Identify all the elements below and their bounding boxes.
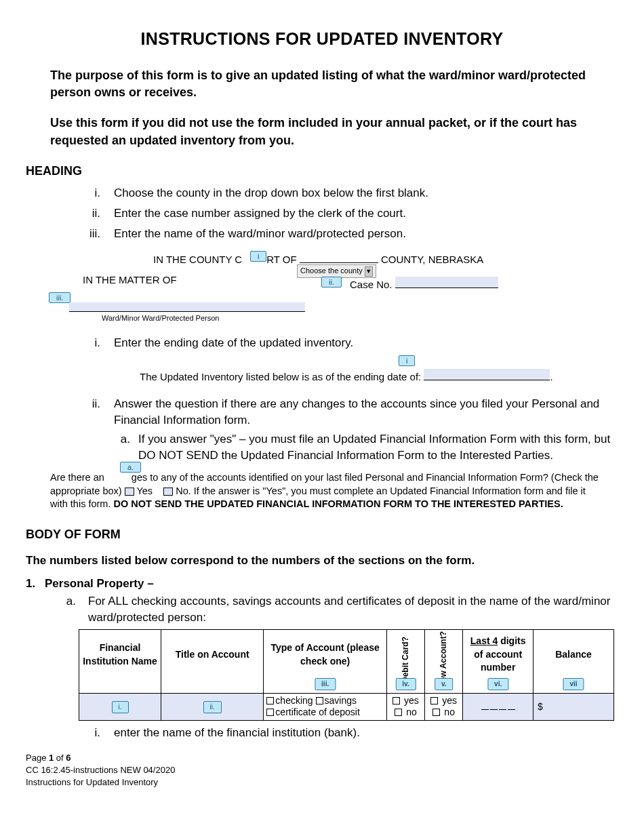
marker-ii: ii. [321, 277, 342, 287]
heading-item-iii: iii.Enter the name of the ward/minor war… [26, 226, 618, 242]
cod-checkbox[interactable] [266, 709, 274, 716]
below-table-i: i.enter the name of the financial instit… [26, 725, 618, 741]
mid-item-ii-a: a. If you answer "yes" – you must file a… [114, 431, 618, 464]
diagram-case-label: Case No. [350, 277, 498, 292]
personal-property-table: Financial Institution Name Title on Acco… [79, 629, 614, 721]
col-balance: Balancevii [534, 630, 614, 694]
mid-item-i: i.Enter the ending date of the updated i… [26, 335, 618, 351]
marker-iii: iii. [49, 292, 71, 303]
intro-paragraph-2: Use this form if you did not use the for… [26, 115, 618, 148]
body-item-1: 1. Personal Property – a. For ALL checki… [26, 576, 618, 625]
cell-new-account: yes no [425, 693, 463, 720]
marker-date-i: i [399, 355, 415, 366]
changes-question-block: a. Are there anges to any of the account… [50, 471, 618, 511]
table-row: i. ii. checking savings certificate of d… [79, 693, 614, 720]
savings-checkbox[interactable] [316, 697, 323, 704]
body-item-1a: a. For ALL checking accounts, savings ac… [45, 593, 618, 626]
intro-paragraph-1: The purpose of this form is to give an u… [26, 67, 618, 101]
col-financial-institution: Financial Institution Name [79, 630, 161, 694]
col-debit-card: Debit Card?iv. [386, 630, 424, 694]
col-new-account: New Account?v. [425, 630, 463, 694]
col-last4: Last 4 digits of account numbervi. [463, 630, 534, 694]
marker-a: a. [120, 462, 141, 473]
cell-debit-card: yes no [386, 693, 424, 720]
page-footer: Page 1 of 6 CC 16:2.45-instructions NEW … [26, 752, 618, 789]
no-checkbox[interactable] [163, 488, 173, 496]
cell-fin-inst[interactable]: i. [79, 693, 161, 720]
debit-no-checkbox[interactable] [395, 709, 402, 716]
page-title: INSTRUCTIONS FOR UPDATED INVENTORY [26, 27, 618, 51]
col-title-on-account: Title on Account [161, 630, 264, 694]
ending-date-diagram: i The Updated Inventory listed below is … [45, 358, 618, 386]
cell-balance[interactable]: $ [534, 693, 614, 720]
chevron-down-icon: ▼ [365, 266, 373, 277]
cell-title[interactable]: ii. [161, 693, 264, 720]
ending-date-text: The Updated Inventory listed below is as… [140, 369, 553, 384]
debit-yes-checkbox[interactable] [393, 697, 400, 704]
yes-checkbox[interactable] [125, 488, 134, 496]
heading-item-ii: ii.Enter the case number assigned by the… [26, 205, 618, 222]
mid-item-ii: ii. Answer the question if there are any… [26, 396, 618, 464]
col-type-of-account: Type of Account (please check one)iii. [264, 630, 387, 694]
body-section-title: BODY OF FORM [26, 526, 618, 543]
cell-last4[interactable] [463, 693, 534, 720]
heading-example-diagram: IN THE COUNTY CRT OF COUNTY, NEBRASKA i … [45, 250, 618, 323]
heading-item-i: i.Choose the county in the drop down box… [26, 185, 618, 201]
heading-section-title: HEADING [26, 163, 618, 180]
county-dropdown[interactable]: Choose the county▼ [297, 264, 376, 278]
diagram-ward-line: Ward/Minor Ward/Protected Person [102, 302, 305, 323]
marker-i: i [250, 251, 266, 262]
diagram-matter-label: IN THE MATTER OF [83, 273, 177, 287]
new-no-checkbox[interactable] [432, 709, 440, 716]
body-lead: The numbers listed below correspond to t… [26, 553, 618, 569]
cell-account-type: checking savings certificate of deposit [264, 693, 387, 720]
checking-checkbox[interactable] [266, 697, 274, 704]
new-yes-checkbox[interactable] [430, 697, 438, 704]
